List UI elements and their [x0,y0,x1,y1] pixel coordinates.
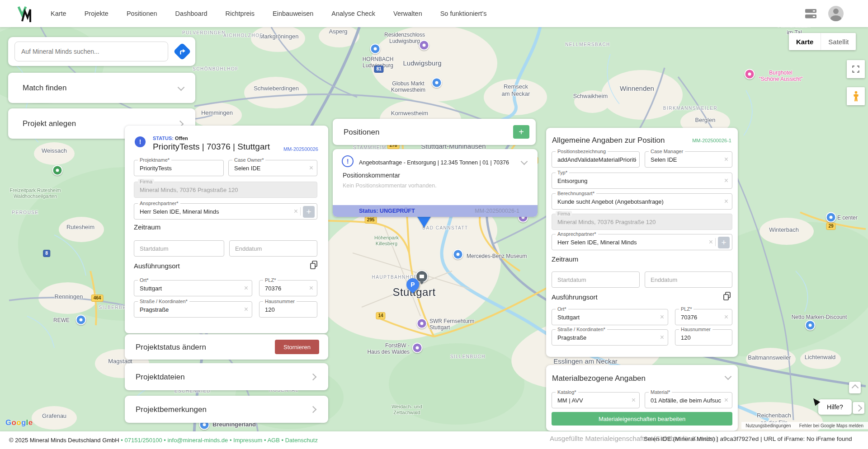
plz-field[interactable]: PLZ* 70376 × [675,309,732,325]
attribution-link[interactable]: Fehler bei Google Maps melden [799,423,863,428]
cards-stack-icon[interactable] [805,9,817,19]
clear-icon[interactable]: × [724,198,728,205]
field-label: Firma [138,179,154,184]
strasse-field[interactable]: Straße / Koordinaten* Pragstraße × [134,301,252,318]
google-logo-letter: e [28,418,33,427]
match-finden-accordion[interactable]: Match finden [8,73,195,103]
nav-item-so-funktioniert-s[interactable]: So funktioniert's [440,10,487,17]
collapse-up-button[interactable] [849,382,861,393]
divider [300,207,301,215]
field-value: Pragstraße [140,306,241,313]
positionsbezeichnung-field[interactable]: Positionsbezeichnung addAndValidateMater… [552,151,640,168]
google-logo[interactable]: Google [5,418,33,427]
footer-link[interactable]: 07151/250100 [124,437,162,444]
clear-icon[interactable]: × [660,313,664,321]
debug-overlay-text: Selen IDE (Mineral Minds) | a9ca3f7927ed… [644,435,852,442]
enddatum-field[interactable]: Enddatum [229,240,317,257]
attribution-link[interactable]: Nutzungsbedingungen [746,423,791,428]
nav-item-verwalten[interactable]: Verwalten [393,10,422,17]
footer-link[interactable]: Impressum [233,437,262,444]
field-value: 120 [265,306,306,313]
ort-field[interactable]: Ort* Stuttgart × [134,280,252,296]
katalog-field[interactable]: Katalog* MM | AVV × [552,392,640,408]
chevron-down-icon[interactable] [521,158,528,165]
turn-right-arrow-icon [177,47,187,56]
copy-icon[interactable] [309,260,318,270]
footer-copyright: © 2025 Mineral Minds Deutschland GmbH [9,437,119,444]
hausnummer-field[interactable]: Hausnummer 120 [259,301,317,318]
clear-icon[interactable]: × [309,285,313,292]
hausnummer-field[interactable]: Hausnummer 120 [675,329,732,346]
ansprechpartner-field[interactable]: Ansprechpartner* Herr Selen IDE, Mineral… [552,234,732,250]
clear-icon[interactable]: × [724,397,728,404]
footer-link[interactable]: Datenschutz [285,437,318,444]
case-manager-field[interactable]: Case Manager Selen IDE × [645,151,732,168]
chevron-down-icon [178,84,185,91]
clear-icon[interactable]: × [709,239,713,246]
clear-icon[interactable]: × [632,397,636,404]
add-contact-button[interactable]: + [303,206,315,218]
field-label: Case Manager [649,149,685,154]
material-field[interactable]: Material* 01 Abfälle, die beim Aufsuc...… [645,392,732,408]
field-value: 70376 [265,285,306,292]
search-input[interactable] [14,42,168,61]
avatar[interactable] [828,6,844,21]
startdatum-field[interactable]: Startdatum [552,271,640,288]
projektbemerkungen-card[interactable]: Projektbemerkungen [125,396,328,423]
material-edit-button[interactable]: Materialeigenschaften bearbeiten [552,412,732,426]
nav-item-richtpreis[interactable]: Richtpreis [226,10,255,17]
clear-icon[interactable]: × [724,177,728,184]
field-label: Material* [649,389,672,395]
startdatum-field[interactable]: Startdatum [134,240,224,257]
search-card [8,37,195,66]
nav-item-dashboard[interactable]: Dashboard [175,10,208,17]
ansprechpartner-field[interactable]: Ansprechpartner* Herr Selen IDE, Mineral… [134,203,317,220]
map-arrow-marker[interactable] [417,216,431,228]
case-owner-field[interactable]: Case Owner* Selen IDE × [228,160,317,176]
add-contact-button[interactable]: + [718,237,730,248]
footer-separator: • [162,437,168,444]
add-position-button[interactable]: + [513,125,529,139]
berechnungsart-field[interactable]: Berechnungsart* Kunde sucht Angebot (Ang… [552,193,732,210]
copy-icon[interactable] [722,291,731,301]
plz-field[interactable]: PLZ* 70376 × [259,280,317,296]
footer-link[interactable]: info@mineral-minds.de [167,437,228,444]
project-location-pin[interactable]: P [404,276,422,294]
clear-icon[interactable]: × [244,285,248,292]
enddatum-field[interactable]: Enddatum [645,271,732,288]
collapse-right-button[interactable] [853,402,864,414]
projektname-field[interactable]: Projektname* PriorityTests [134,160,224,176]
pegman-button[interactable] [847,87,865,105]
clear-icon[interactable]: × [309,164,313,172]
projektdateien-card[interactable]: Projektdateien [125,363,328,390]
nav-item-karte[interactable]: Karte [51,10,66,17]
stornieren-button[interactable]: Stornieren [275,340,319,354]
strasse-field[interactable]: Straße / Koordinaten* Pragstraße × [552,329,668,346]
projektdateien-title: Projektdateien [136,373,185,382]
field-label: Typ* [556,170,569,175]
field-label: Katalog* [556,389,578,395]
mineral-minds-logo[interactable] [17,5,33,23]
help-button[interactable]: Hilfe? [818,399,852,415]
clear-icon[interactable]: × [294,208,298,215]
field-label: Case Owner* [232,157,265,163]
map-type-satellit-button[interactable]: Satellit [821,33,856,50]
chevron-down-icon[interactable] [725,373,732,380]
ort-field[interactable]: Ort* Stuttgart × [552,309,668,325]
nav-item-analyse-check[interactable]: Analyse Check [331,10,375,17]
clear-icon[interactable]: × [724,313,728,321]
projekt-anlegen-label: Projekt anlegen [23,119,76,128]
fullscreen-button[interactable] [847,60,865,78]
nav-item-einbauweisen[interactable]: Einbauweisen [273,10,313,17]
nav-item-projekte[interactable]: Projekte [85,10,108,17]
clear-icon[interactable]: × [724,156,728,163]
map-type-karte-button[interactable]: Karte [789,33,821,50]
footer-link[interactable]: AGB [267,437,279,444]
clear-icon[interactable]: × [244,306,248,313]
field-value: Stuttgart [140,285,241,292]
directions-button[interactable] [174,43,191,60]
nav-item-positionen[interactable]: Positionen [127,10,157,17]
divider [715,238,716,246]
typ-field[interactable]: Typ* Entsorgung × [552,173,732,189]
clear-icon[interactable]: × [660,334,664,341]
